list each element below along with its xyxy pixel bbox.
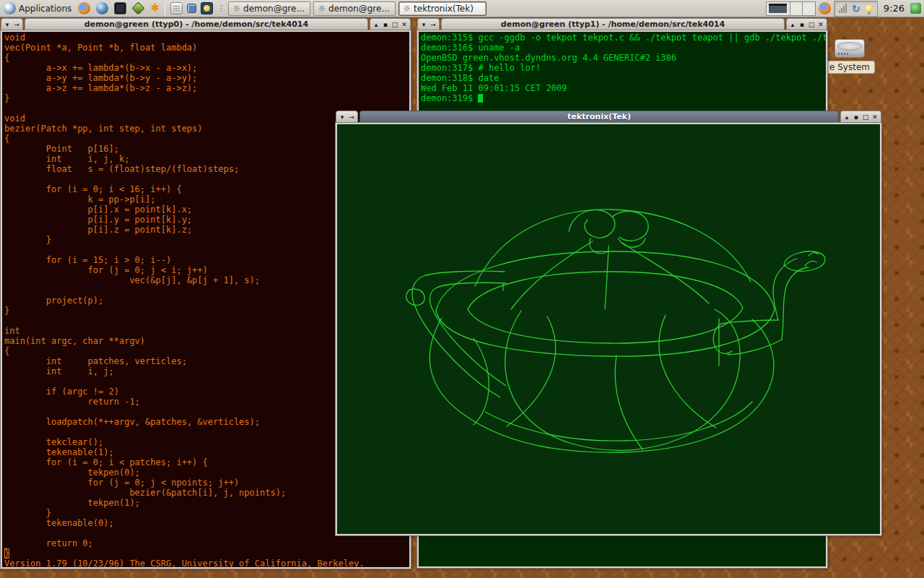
window-title: tektronix(Tek) [359,111,839,122]
shade-up-button[interactable]: ▴ [843,112,850,122]
vi-status-line: Version 1.79 (10/23/96) The CSRG, Univer… [4,558,365,567]
terminal-launcher-icon[interactable] [114,2,126,14]
taskbar-button-tektronix[interactable]: ☼ tektronix(Tek) [398,1,487,16]
star-launcher-icon[interactable]: ✱ [149,2,161,14]
source-code: void vec(Point *a, Point *b, float lambd… [4,33,286,548]
top-panel: Applications ✱ ⋮ ☼ demon@gre... ☼ demon@… [0,0,924,17]
minimize-button[interactable]: ▪ [798,20,806,30]
tasklist-handle[interactable]: ⋮ [216,4,227,13]
titlebar[interactable]: ▾ → demon@green (ttyp0) - /home/demon/sr… [0,17,411,30]
desktop-icon-label: e System [824,61,875,74]
maximize-button[interactable]: □ [862,112,869,122]
file-launcher-icon[interactable] [170,2,183,14]
window-tektronix: ▾ → tektronix(Tek) ▴ ▪ □ ✕ [335,110,882,536]
minimize-button[interactable]: ▪ [853,112,860,122]
desktop: e System ▾ → demon@green (ttyp0) - /home… [0,0,924,578]
stick-button[interactable]: → [430,20,437,30]
workspace-switcher [766,1,816,16]
taskbar-button-label: demon@gre... [243,4,305,14]
titlebar-left-buttons: ▾ → [1,18,23,30]
update-sync-icon[interactable]: ↻ [852,4,860,14]
gear-icon: ☼ [403,4,411,14]
gear-icon: ☼ [318,4,326,14]
shade-up-button[interactable]: ▴ [789,20,796,30]
gear-icon: ☼ [232,4,240,14]
system-tray: ↻ [834,1,878,17]
shell-prompt: demon:319$ [421,93,478,103]
titlebar-right-buttons: ▴ ▪ □ ✕ [370,18,411,30]
teapot-wireframe [404,201,834,455]
window-frame [335,122,882,536]
close-button[interactable]: ✕ [871,112,879,122]
firefox-panel-icon[interactable] [819,2,831,14]
thunderbird-launcher-icon[interactable] [96,2,108,14]
shade-button[interactable]: ▾ [4,20,11,30]
firefox-launcher-icon[interactable] [78,2,90,14]
workspace-2[interactable] [790,2,803,15]
panel-separator [165,2,165,15]
taskbar-button-terminal-2[interactable]: ☼ demon@gre... [313,1,396,16]
titlebar[interactable]: ▾ → tektronix(Tek) ▴ ▪ □ ✕ [335,110,882,122]
close-button[interactable]: ✕ [401,20,408,30]
titlebar-left-buttons: ▾ → [417,18,440,30]
taskbar-button-label: demon@gre... [328,4,390,14]
maximize-button[interactable]: □ [391,20,398,30]
workspace-window-thumb [769,4,787,13]
logout-icon[interactable] [910,3,921,14]
applications-menu-label: Applications [19,4,71,14]
desktop-settings-icon[interactable] [201,2,213,14]
floppy-launcher-icon[interactable] [187,4,196,13]
stick-button[interactable]: → [348,112,355,122]
tek-teapot-canvas[interactable] [337,124,880,534]
close-button[interactable]: ✕ [817,20,824,30]
network-signal-icon[interactable] [839,4,847,13]
taskbar-button-terminal-1[interactable]: ☼ demon@gre... [228,1,310,16]
applications-menu[interactable]: Applications [0,1,75,17]
vi-cursor: } [4,548,9,558]
minimize-button[interactable]: ▪ [382,20,389,30]
lightbulb-icon[interactable] [866,5,873,12]
shell-cursor [478,94,483,103]
titlebar[interactable]: ▾ → demon@green (ttyp1) - /home/demon/sr… [417,17,828,30]
stick-button[interactable]: → [13,20,20,30]
titlebar-right-buttons: ▴ ▪ □ ✕ [786,18,827,30]
workspace-3[interactable] [803,2,815,15]
shell-output: demon:315$ gcc -ggdb -o tekpot tekpot.c … [421,33,826,93]
workspace-1[interactable] [767,2,790,15]
hard-disk-icon [834,39,865,58]
shade-button[interactable]: ▾ [339,112,346,122]
panel-clock: 9:26 [881,3,907,14]
titlebar-right-buttons: ▴ ▪ □ ✕ [840,111,881,122]
shade-up-button[interactable]: ▴ [372,20,380,30]
maximize-button[interactable]: □ [808,20,815,30]
window-title: demon@green (ttyp0) - /home/demon/src/te… [25,18,368,30]
taskbar-button-label: tektronix(Tek) [414,4,474,14]
shade-button[interactable]: ▾ [420,20,427,30]
titlebar-left-buttons: ▾ → [336,111,358,122]
window-title: demon@green (ttyp1) - /home/demon/src/te… [441,18,785,30]
vim-launcher-icon[interactable] [132,1,145,14]
xfce-menu-icon [4,2,16,14]
